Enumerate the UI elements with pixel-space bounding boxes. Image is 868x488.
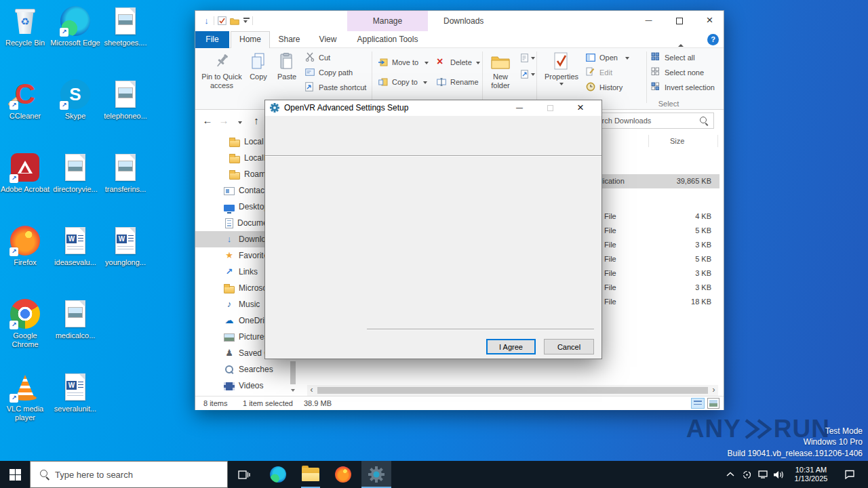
tab-home[interactable]: Home xyxy=(231,31,270,48)
taskbar: 10:31 AM 1/13/2025 xyxy=(0,461,868,488)
divider xyxy=(536,52,537,103)
desktop-icon-vlc[interactable]: VLC media player xyxy=(0,371,50,422)
folder-icon xyxy=(224,286,235,293)
downloads-icon xyxy=(224,234,235,245)
scroll-right-arrow[interactable] xyxy=(709,385,718,396)
pin-to-quick-access-button[interactable]: Pin to Quick access xyxy=(199,51,244,94)
dialog-minimize-button[interactable] xyxy=(509,100,530,116)
scroll-left-arrow[interactable] xyxy=(307,385,316,396)
qat-new-folder-icon[interactable] xyxy=(230,16,240,26)
navpane-scroll-down-arrow[interactable] xyxy=(288,386,298,394)
shortcut-arrow-icon xyxy=(9,394,18,403)
cancel-button[interactable]: Cancel xyxy=(544,339,594,354)
tab-share[interactable]: Share xyxy=(270,31,309,48)
file-size-cell: 39,865 KB xyxy=(650,177,711,185)
up-button[interactable] xyxy=(248,113,264,129)
explorer-search-box[interactable] xyxy=(584,113,714,129)
new-item-icon xyxy=(521,54,528,64)
taskbar-edge-button[interactable] xyxy=(263,461,293,488)
desktop-icon-label: VLC media player xyxy=(0,405,50,422)
scrollbar-thumb[interactable] xyxy=(317,387,708,394)
file-size-cell: 5 KB xyxy=(650,226,711,235)
search-icon xyxy=(700,117,709,125)
desktop-icon-younglong[interactable]: younglong... xyxy=(100,225,151,267)
tab-file[interactable]: File xyxy=(195,31,229,48)
manage-tab-label: Manage xyxy=(347,11,428,31)
thumbnail-view-button[interactable] xyxy=(707,398,719,409)
desktop-icon-label: ideasevalu... xyxy=(50,258,100,267)
desktop-icon-adobe-acrobat[interactable]: Adobe Acrobat xyxy=(0,152,50,194)
navpane-scrollbar-thumb[interactable] xyxy=(290,361,296,384)
taskbar-explorer-button[interactable] xyxy=(296,461,326,488)
desktop-icon-microsoft-edge[interactable]: Microsoft Edge xyxy=(50,5,100,47)
taskbar-firefox-button[interactable] xyxy=(328,461,358,488)
button-label: Paste shortcut xyxy=(319,83,366,92)
skype-icon xyxy=(60,79,91,110)
i-agree-button[interactable]: I Agree xyxy=(486,339,536,354)
desktop-icon-severalunit[interactable]: severalunit... xyxy=(50,371,100,413)
button-label: Rename xyxy=(450,78,479,86)
button-label: Copy xyxy=(250,73,267,81)
tab-view[interactable]: View xyxy=(309,31,347,48)
help-icon[interactable] xyxy=(707,34,719,45)
qat-customize-dropdown[interactable] xyxy=(241,16,252,26)
horizontal-scrollbar[interactable] xyxy=(307,385,718,396)
close-button[interactable] xyxy=(694,11,725,31)
taskbar-search-input[interactable] xyxy=(55,470,211,480)
desktop-icon-label: medicalco... xyxy=(50,331,100,340)
action-center-icon xyxy=(844,470,855,479)
desktop-icon-label: directoryvie... xyxy=(50,185,100,194)
desktop-icon-telephoneo[interactable]: telephoneo... xyxy=(100,79,151,121)
desktop-icon-sheetgoes[interactable]: sheetgoes.... xyxy=(100,5,151,47)
details-view-button[interactable] xyxy=(691,398,705,409)
minimize-button[interactable] xyxy=(633,11,664,31)
nav-item-searches[interactable]: Searches xyxy=(195,361,298,378)
column-separator[interactable] xyxy=(717,135,718,147)
properties-button[interactable]: Properties xyxy=(541,51,582,94)
tray-expand-button[interactable] xyxy=(723,461,738,488)
volume-button[interactable] xyxy=(771,461,786,488)
copy-button[interactable]: Copy xyxy=(244,51,273,94)
dialog-close-button[interactable] xyxy=(570,100,591,116)
recycle-bin-icon xyxy=(9,5,41,37)
taskbar-openvr-setup-button[interactable] xyxy=(361,461,391,488)
new-folder-button[interactable]: New folder xyxy=(484,51,517,94)
desktop-icon-google-chrome[interactable]: Google Chrome xyxy=(0,298,50,349)
column-header-size[interactable]: Size xyxy=(670,137,684,145)
taskbar-search[interactable] xyxy=(30,461,228,488)
taskbar-clock[interactable]: 10:31 AM 1/13/2025 xyxy=(787,461,835,488)
qat-properties-icon[interactable] xyxy=(218,16,228,26)
tray-status-button[interactable] xyxy=(739,461,754,488)
desktop-icon-skype[interactable]: Skype xyxy=(50,79,100,121)
desktop-icon-recycle-bin[interactable]: Recycle Bin xyxy=(0,5,50,47)
maximize-button[interactable] xyxy=(664,11,694,31)
desktop-icon-ideasevalu[interactable]: ideasevalu... xyxy=(50,225,100,267)
start-button[interactable] xyxy=(0,461,30,488)
pin-icon xyxy=(199,52,244,72)
network-button[interactable] xyxy=(755,461,770,488)
paste-icon xyxy=(273,52,301,72)
desktop-icon-transferins[interactable]: transferins... xyxy=(100,152,151,194)
collapse-ribbon-chevron-icon[interactable] xyxy=(678,37,688,44)
column-separator[interactable] xyxy=(648,135,649,147)
divider xyxy=(372,52,372,103)
select-none-icon xyxy=(651,67,660,77)
forward-button[interactable] xyxy=(216,113,232,129)
desktop-icon-firefox[interactable]: Firefox xyxy=(0,225,50,267)
file-type-cell: File xyxy=(604,269,616,277)
links-icon xyxy=(224,266,235,277)
desktop-icon-label: telephoneo... xyxy=(100,112,151,121)
nav-item-videos[interactable]: Videos xyxy=(195,378,298,394)
desktop-icon-ccleaner[interactable]: CCleaner xyxy=(0,79,50,121)
dropdown-caret-icon xyxy=(625,57,629,60)
divider xyxy=(646,52,647,103)
desktop-icon-directoryvie[interactable]: directoryvie... xyxy=(50,152,100,194)
task-view-button[interactable] xyxy=(229,461,259,488)
tab-application-tools[interactable]: Application Tools xyxy=(347,31,428,48)
back-button[interactable] xyxy=(199,113,216,129)
desktop-icon-medicalco[interactable]: medicalco... xyxy=(50,298,100,340)
watermark-test-mode: Test Mode xyxy=(825,426,863,436)
recent-locations-dropdown[interactable] xyxy=(232,113,248,129)
action-center-button[interactable] xyxy=(840,461,860,488)
paste-button[interactable]: Paste xyxy=(273,51,301,94)
